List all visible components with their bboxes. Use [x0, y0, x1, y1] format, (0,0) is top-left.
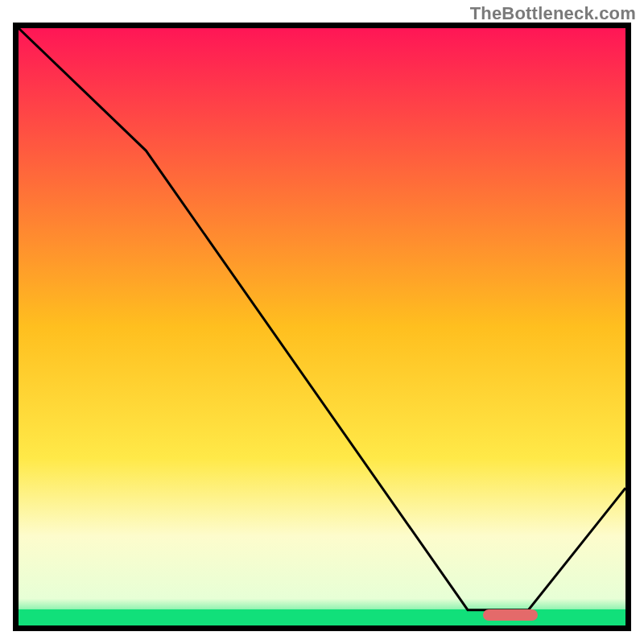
optimal-marker: [483, 609, 538, 621]
gradient-background: [19, 28, 625, 625]
chart-frame: [13, 23, 631, 631]
watermark: TheBottleneck.com: [470, 3, 636, 24]
chart-svg: [19, 28, 625, 625]
chart-canvas: [19, 28, 625, 625]
